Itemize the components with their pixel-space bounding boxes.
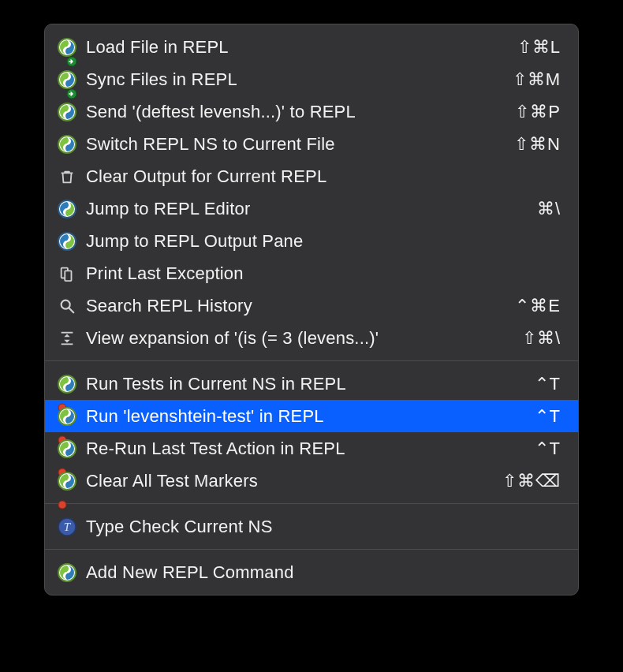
menu-separator (45, 549, 578, 550)
menu-item-label: Re-Run Last Test Action in REPL (86, 439, 524, 459)
menu-item-label: Clear Output for Current REPL (86, 166, 550, 187)
clj-blue-icon (56, 230, 78, 252)
menu-item[interactable]: Search REPL History⌃⌘E (45, 289, 578, 322)
svg-point-31 (58, 501, 66, 509)
menu-item[interactable]: Load File in REPL⇧⌘L (45, 31, 578, 63)
menu-item-label: Sync Files in REPL (86, 69, 502, 90)
menu-item[interactable]: Clear Output for Current REPL (45, 160, 578, 192)
menu-item-shortcut: ⌃⌘E (515, 296, 561, 316)
clj-blue-icon (56, 198, 78, 220)
menu-item-label: View expansion of '(is (= 3 (levens...)' (86, 328, 511, 349)
menu-item-label: Clear All Test Markers (86, 471, 491, 491)
menu-item[interactable]: Switch REPL NS to Current File⇧⌘N (45, 128, 578, 160)
menu-item-label: Add New REPL Command (86, 562, 550, 583)
clj-green-icon (56, 133, 78, 155)
clj-green-icon (56, 562, 78, 584)
menu-item-shortcut: ⇧⌘N (514, 134, 561, 155)
menu-item-label: Type Check Current NS (86, 517, 550, 537)
menu-item-shortcut: ⇧⌘\ (522, 328, 561, 349)
search-icon (56, 295, 78, 317)
clj-arrow-green-icon (56, 69, 78, 91)
menu-item-shortcut: ⌘\ (537, 199, 561, 219)
menu-separator (45, 360, 578, 361)
menu-separator (45, 503, 578, 504)
menu-item[interactable]: Run Tests in Current NS in REPL⌃T (45, 368, 578, 400)
menu-item-label: Jump to REPL Output Pane (86, 231, 550, 252)
menu-item-label: Jump to REPL Editor (86, 199, 526, 219)
clj-test-icon (56, 373, 78, 395)
svg-rect-15 (65, 271, 71, 281)
menu-item[interactable]: Re-Run Last Test Action in REPL⌃T (45, 432, 578, 465)
menu-item-label: Print Last Exception (86, 263, 550, 284)
menu-item[interactable]: Run 'levenshtein-test' in REPL⌃T (45, 400, 578, 432)
menu-item-label: Search REPL History (86, 296, 504, 316)
expand-icon (56, 327, 78, 349)
menu-item[interactable]: Jump to REPL Editor⌘\ (45, 192, 578, 225)
menu-item[interactable]: Jump to REPL Output Pane (45, 225, 578, 257)
menu-item-shortcut: ⇧⌘P (515, 102, 561, 122)
clj-test-icon (56, 405, 78, 427)
clj-test-icon (56, 438, 78, 460)
menu-item-label: Run Tests in Current NS in REPL (86, 374, 524, 394)
clj-arrow-green-icon (56, 36, 78, 58)
menu-item[interactable]: Send '(deftest levensh...)' to REPL⇧⌘P (45, 95, 578, 128)
menu-item-label: Send '(deftest levensh...)' to REPL (86, 102, 504, 122)
menu-item-label: Switch REPL NS to Current File (86, 134, 503, 155)
menu-item[interactable]: T Type Check Current NS (45, 510, 578, 543)
trash-icon (56, 166, 78, 188)
menu-item[interactable]: Clear All Test Markers⇧⌘⌫ (45, 465, 578, 497)
menu-item-shortcut: ⇧⌘⌫ (502, 471, 561, 491)
type-check-icon: T (56, 516, 78, 538)
menu-item[interactable]: Add New REPL Command (45, 556, 578, 588)
menu-item-shortcut: ⌃T (535, 439, 561, 459)
menu-item-shortcut: ⌃T (535, 374, 561, 394)
context-menu: Load File in REPL⇧⌘L Sync Files in REPL⇧… (44, 24, 579, 595)
menu-item-label: Load File in REPL (86, 37, 506, 58)
menu-item-shortcut: ⌃T (535, 406, 561, 427)
menu-item[interactable]: View expansion of '(is (= 3 (levens...)'… (45, 322, 578, 354)
menu-item[interactable]: Sync Files in REPL⇧⌘M (45, 63, 578, 95)
print-icon (56, 263, 78, 285)
svg-line-17 (69, 308, 74, 312)
menu-item-shortcut: ⇧⌘M (513, 69, 561, 90)
svg-text:T: T (64, 521, 72, 533)
menu-item-label: Run 'levenshtein-test' in REPL (86, 406, 524, 427)
menu-item-shortcut: ⇧⌘L (517, 37, 561, 58)
clj-test-icon (56, 470, 78, 492)
menu-item[interactable]: Print Last Exception (45, 257, 578, 289)
